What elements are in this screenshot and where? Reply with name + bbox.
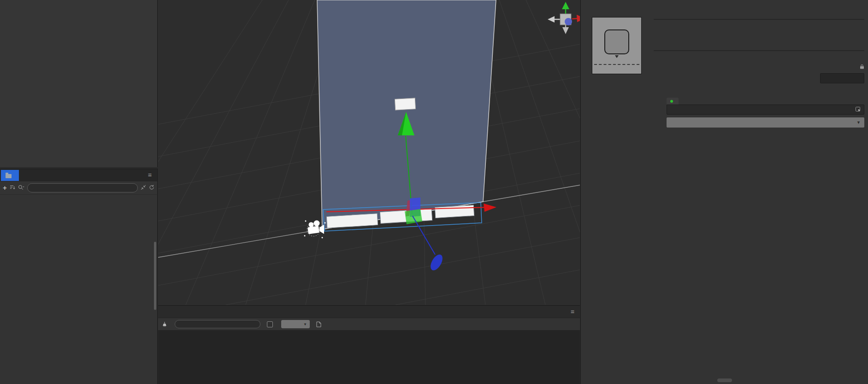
nav-up-arrow-icon[interactable] [562,2,569,9]
widget-alignment-preview [592,17,642,74]
log-file-icon[interactable] [316,321,321,327]
folder-icon [6,174,12,178]
asset-tree [0,195,157,197]
chevron-down-icon: ▼ [856,120,861,125]
gizmo-z-axis[interactable] [413,216,435,255]
view-orientation-gizmo[interactable] [548,2,580,34]
nav-down-arrow-icon[interactable] [562,27,569,34]
gizmo-z-arrow-icon[interactable] [428,253,445,273]
scene-svg [158,0,580,305]
cocos-creator-editor: ≡ + [0,0,868,384]
align-mode-dropdown[interactable]: ▼ [667,117,864,128]
widget-preview-arrow-icon [615,55,619,58]
clear-icon[interactable] [162,321,167,327]
gizmo-x-arrow-icon[interactable] [484,204,496,212]
node-picker-icon[interactable] [856,107,861,112]
node-type-dot-icon [670,100,673,103]
console-menu-icon[interactable]: ≡ [571,308,574,315]
chevron-down-icon: ▼ [303,322,307,326]
widget-component-body: ▼ [581,3,868,133]
lock-icon[interactable] [860,64,864,69]
add-asset-icon[interactable]: + [3,185,7,191]
collapse-all-icon[interactable] [141,185,146,192]
console-panel: ≡ ▼ [158,305,580,384]
search-input[interactable] [27,183,138,192]
nav-sphere-icon[interactable] [565,18,572,25]
assets-panel: ≡ + [0,169,158,384]
log-level-dropdown[interactable]: ▼ [281,320,310,328]
scene-view[interactable] [158,0,580,305]
bottom-offset-field[interactable] [820,73,864,83]
inspector-panel: ▼ [580,0,868,384]
assets-scrollbar[interactable] [154,242,156,310]
tab-assets[interactable] [1,170,19,181]
target-node-field[interactable] [667,105,864,115]
widget-preview-node [604,29,629,54]
nav-left-arrow-icon[interactable] [548,16,555,23]
widget-preview-baseline [594,64,639,65]
hierarchy-panel [0,0,158,167]
refresh-icon[interactable] [149,185,154,192]
console-filter-input[interactable] [175,320,260,328]
console-toolbar: ▼ [158,318,580,330]
search-icon[interactable] [18,185,24,192]
horizontal-alignment-buttons [654,19,864,20]
target-type-badge [667,98,679,105]
nav-right-arrow-icon[interactable] [577,15,580,22]
add-component-button[interactable] [717,378,732,382]
upgrade-hp-button[interactable] [435,205,474,218]
assets-menu-icon[interactable]: ≡ [148,171,152,179]
regex-checkbox[interactable] [267,321,273,327]
assets-toolbar: + [0,181,157,195]
assets-tab-bar: ≡ [0,169,157,181]
pause-button[interactable] [395,98,415,110]
console-output[interactable] [158,330,580,384]
bottom-tab-bar: ≡ [158,306,580,318]
sort-icon[interactable] [10,185,15,192]
vertical-alignment-buttons [654,50,864,51]
